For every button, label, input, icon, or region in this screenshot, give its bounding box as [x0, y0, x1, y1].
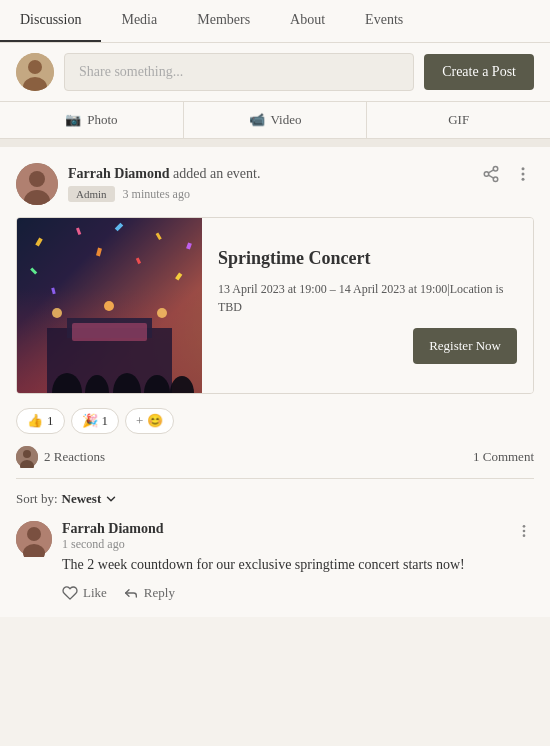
- reply-label: Reply: [144, 585, 175, 601]
- comment-body: Farrah Diamond 1 second ago The 2 week c…: [62, 521, 534, 601]
- reactions-row: 👍 1 🎉 1 + 😊: [16, 408, 534, 434]
- party-emoji: 🎉: [82, 413, 98, 429]
- svg-point-12: [522, 173, 525, 176]
- post-author-avatar: [16, 163, 58, 205]
- post-author-line: Farrah Diamond added an event.: [68, 166, 260, 182]
- more-options-button[interactable]: [512, 163, 534, 189]
- svg-rect-29: [51, 288, 55, 295]
- svg-point-1: [28, 60, 42, 74]
- svg-rect-25: [30, 267, 37, 274]
- comment-header: Farrah Diamond 1 second ago: [62, 521, 534, 552]
- video-button[interactable]: 📹 Video: [184, 102, 368, 138]
- video-icon: 📹: [249, 112, 265, 128]
- post-action-text: added an event.: [173, 166, 260, 181]
- svg-rect-26: [96, 248, 102, 257]
- svg-point-11: [522, 167, 525, 170]
- media-buttons-row: 📷 Photo 📹 Video GIF: [0, 102, 550, 139]
- comments-count: 1 Comment: [473, 449, 534, 465]
- post-header-left: Farrah Diamond added an event. Admin 3 m…: [16, 163, 260, 205]
- gif-label: GIF: [448, 112, 469, 128]
- tab-about[interactable]: About: [270, 0, 345, 42]
- event-title: Springtime Concert: [218, 247, 517, 270]
- svg-line-9: [488, 175, 493, 178]
- tab-members[interactable]: Members: [177, 0, 270, 42]
- comment-avatar: [16, 521, 52, 557]
- add-reaction-button[interactable]: + 😊: [125, 408, 174, 434]
- svg-point-43: [523, 534, 526, 537]
- sort-label: Sort by:: [16, 491, 58, 507]
- svg-point-36: [23, 450, 31, 458]
- reactions-avatar: [16, 446, 38, 468]
- party-reaction[interactable]: 🎉 1: [71, 408, 120, 434]
- tab-discussion[interactable]: Discussion: [0, 0, 101, 42]
- chevron-down-icon: [104, 492, 118, 506]
- comment-more-options-button[interactable]: [514, 521, 534, 545]
- reactions-total: 2 Reactions: [44, 449, 105, 465]
- share-post-button[interactable]: [480, 163, 502, 189]
- event-date: 13 April 2023 at 19:00 – 14 April 2023 a…: [218, 280, 517, 316]
- nav-tabs: Discussion Media Members About Events: [0, 0, 550, 43]
- post-container: Farrah Diamond added an event. Admin 3 m…: [0, 147, 550, 617]
- svg-rect-27: [136, 257, 141, 264]
- sort-dropdown[interactable]: Newest: [62, 491, 119, 507]
- thumbs-up-reaction[interactable]: 👍 1: [16, 408, 65, 434]
- heart-icon: [62, 585, 78, 601]
- post-meta-row: Admin 3 minutes ago: [68, 186, 260, 202]
- camera-icon: 📷: [65, 112, 81, 128]
- post-timestamp: 3 minutes ago: [123, 187, 190, 202]
- svg-rect-24: [186, 242, 192, 249]
- sort-row: Sort by: Newest: [16, 491, 534, 507]
- event-image: [17, 218, 202, 393]
- post-header: Farrah Diamond added an event. Admin 3 m…: [16, 163, 534, 205]
- svg-line-10: [488, 170, 493, 173]
- event-card: Springtime Concert 13 April 2023 at 19:0…: [16, 217, 534, 394]
- tab-events[interactable]: Events: [345, 0, 423, 42]
- comment-timestamp: 1 second ago: [62, 537, 164, 552]
- svg-rect-21: [76, 227, 81, 235]
- reactions-count: 2 Reactions: [16, 446, 105, 468]
- comment-item: Farrah Diamond 1 second ago The 2 week c…: [16, 521, 534, 601]
- svg-point-18: [104, 301, 114, 311]
- svg-rect-23: [156, 232, 162, 240]
- comment-author-name: Farrah Diamond: [62, 521, 164, 536]
- create-post-button[interactable]: Create a Post: [424, 54, 534, 90]
- composer-avatar: [16, 53, 54, 91]
- like-label: Like: [83, 585, 107, 601]
- svg-point-17: [52, 308, 62, 318]
- like-button[interactable]: Like: [62, 585, 107, 601]
- svg-point-19: [157, 308, 167, 318]
- comment-actions: Like Reply: [62, 585, 534, 601]
- video-label: Video: [271, 112, 302, 128]
- event-details: Springtime Concert 13 April 2023 at 19:0…: [202, 218, 533, 393]
- post-author-name: Farrah Diamond: [68, 166, 170, 181]
- reply-button[interactable]: Reply: [123, 585, 175, 601]
- gif-button[interactable]: GIF: [367, 102, 550, 138]
- photo-label: Photo: [87, 112, 117, 128]
- post-meta: Farrah Diamond added an event. Admin 3 m…: [68, 166, 260, 202]
- share-input[interactable]: Share something...: [64, 53, 414, 91]
- svg-point-34: [170, 376, 194, 393]
- svg-point-4: [29, 171, 45, 187]
- thumbs-up-count: 1: [47, 413, 54, 429]
- svg-rect-22: [115, 223, 123, 231]
- post-header-actions: [480, 163, 534, 189]
- thumbs-up-emoji: 👍: [27, 413, 43, 429]
- register-now-button[interactable]: Register Now: [413, 328, 517, 364]
- comment-author-info: Farrah Diamond 1 second ago: [62, 521, 164, 552]
- svg-rect-20: [35, 238, 42, 247]
- admin-badge: Admin: [68, 186, 115, 202]
- photo-button[interactable]: 📷 Photo: [0, 102, 184, 138]
- section-divider: [0, 139, 550, 147]
- svg-rect-28: [175, 272, 182, 280]
- svg-point-42: [523, 530, 526, 533]
- tab-media[interactable]: Media: [101, 0, 177, 42]
- party-count: 1: [102, 413, 109, 429]
- comment-text: The 2 week countdown for our exclusive s…: [62, 554, 534, 575]
- sort-value: Newest: [62, 491, 102, 507]
- post-composer: Share something... Create a Post: [0, 43, 550, 102]
- confetti-graphic: [17, 218, 202, 393]
- svg-point-39: [27, 527, 41, 541]
- svg-point-41: [523, 525, 526, 528]
- post-footer: 2 Reactions 1 Comment: [16, 446, 534, 479]
- svg-point-13: [522, 178, 525, 181]
